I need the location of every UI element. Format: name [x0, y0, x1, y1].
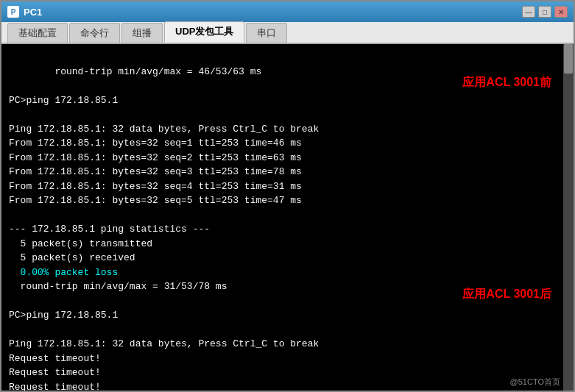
- terminal-line-timeout1: Request timeout!: [9, 353, 101, 364]
- scrollbar-thumb[interactable]: [564, 44, 573, 74]
- terminal-line-transmitted: 5 packet(s) transmitted: [9, 238, 152, 249]
- terminal-output[interactable]: round-trip min/avg/max = 46/53/63 ms PC>…: [1, 44, 563, 391]
- main-window: P PC1 — □ ✕ 基础配置 命令行 组播 UDP发包工具 串口 round…: [0, 0, 575, 392]
- tab-udp-tool[interactable]: UDP发包工具: [164, 21, 244, 43]
- terminal-line-ping-start2: Ping 172.18.85.1: 32 data bytes, Press C…: [9, 338, 319, 349]
- terminal-line-timeout3: Request timeout!: [9, 382, 101, 391]
- terminal-line-from4: From 172.18.85.1: bytes=32 seq=4 ttl=253…: [9, 181, 302, 192]
- terminal-line-from3: From 172.18.85.1: bytes=32 seq=3 ttl=253…: [9, 166, 302, 177]
- terminal-line-timeout2: Request timeout!: [9, 367, 101, 378]
- tab-multicast[interactable]: 组播: [121, 23, 163, 43]
- terminal-line-ping-start1: Ping 172.18.85.1: 32 data bytes, Press C…: [9, 124, 319, 135]
- terminal-container: round-trip min/avg/max = 46/53/63 ms PC>…: [1, 44, 574, 391]
- terminal-line-from1: From 172.18.85.1: bytes=32 seq=1 ttl=253…: [9, 138, 302, 149]
- maximize-button[interactable]: □: [538, 6, 551, 18]
- terminal-line-ping1: PC>ping 172.18.85.1: [9, 95, 118, 106]
- watermark: @51CTO首页: [510, 377, 560, 388]
- annotation-after: 应用ACL 3001后: [462, 287, 551, 302]
- terminal-line-rtt1: round-trip min/avg/max = 31/53/78 ms: [9, 281, 227, 292]
- terminal-line-stats1: --- 172.18.85.1 ping statistics ---: [9, 224, 210, 235]
- tab-basic-config[interactable]: 基础配置: [7, 23, 68, 43]
- tab-serial[interactable]: 串口: [246, 23, 287, 43]
- title-bar: P PC1 — □ ✕: [1, 1, 574, 22]
- terminal-line-ping2: PC>ping 172.18.85.1: [9, 310, 118, 321]
- terminal-line-1: round-trip min/avg/max = 46/53/63 ms: [43, 66, 261, 77]
- annotation-before: 应用ACL 3001前: [462, 75, 551, 90]
- title-controls: — □ ✕: [522, 6, 568, 18]
- terminal-line-from2: From 172.18.85.1: bytes=32 seq=2 ttl=253…: [9, 152, 302, 163]
- terminal-line-received: 5 packet(s) received: [9, 252, 135, 263]
- tab-bar: 基础配置 命令行 组播 UDP发包工具 串口: [1, 22, 574, 44]
- terminal-line-from5: From 172.18.85.1: bytes=32 seq=5 ttl=253…: [9, 195, 302, 206]
- tab-command-line[interactable]: 命令行: [69, 23, 120, 43]
- minimize-button[interactable]: —: [522, 6, 535, 18]
- scrollbar[interactable]: [563, 44, 574, 391]
- window-icon: P: [7, 6, 19, 18]
- window-title: PC1: [24, 7, 42, 18]
- terminal-line-loss: 0.00% packet loss: [9, 267, 118, 278]
- title-bar-left: P PC1: [7, 6, 42, 18]
- close-button[interactable]: ✕: [554, 6, 568, 18]
